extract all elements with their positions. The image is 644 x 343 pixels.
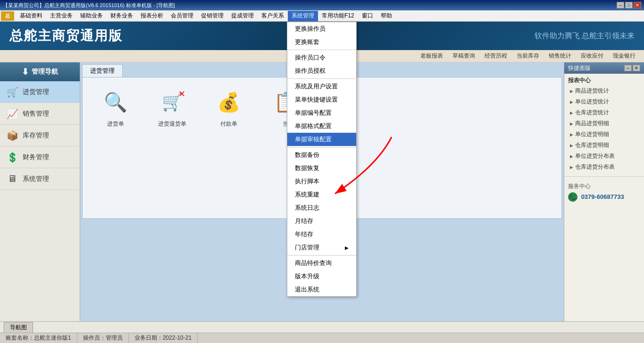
menu-window[interactable]: 窗口 xyxy=(358,11,377,21)
menu-promotions[interactable]: 促销管理 xyxy=(197,11,227,21)
service-phone: 📞 0379-60687733 xyxy=(568,192,640,202)
quick-link-2[interactable]: 仓库进货统计 xyxy=(564,107,644,118)
restore-button[interactable]: □ xyxy=(625,2,633,9)
quick-divider xyxy=(564,176,644,177)
dd-sep2 xyxy=(287,78,356,79)
close-button[interactable]: ✕ xyxy=(634,2,641,9)
sidebar-item-purchase-label: 进货管理 xyxy=(23,88,49,96)
dd-menu-shortcuts[interactable]: 菜单快捷键设置 xyxy=(287,93,356,106)
quick-link-6[interactable]: 单位进货分布表 xyxy=(564,151,644,162)
menu-system[interactable]: 系统管理 xyxy=(288,11,318,21)
quicknav-draft-query[interactable]: 草稿查询 xyxy=(449,51,479,61)
dd-operator-pwd[interactable]: 操作员口令 xyxy=(287,51,356,64)
dd-doc-numbering[interactable]: 单据编号配置 xyxy=(287,106,356,120)
quicknav-receivable[interactable]: 应收应付 xyxy=(577,51,607,61)
menu-aux-biz[interactable]: 辅助业务 xyxy=(76,11,107,21)
finance-icon: 💲 xyxy=(6,151,19,164)
purchase-icon: 🛒 xyxy=(6,86,19,99)
dd-sep4 xyxy=(287,255,356,256)
dd-sys-rebuild[interactable]: 系统重建 xyxy=(287,188,356,201)
dd-version-upgrade[interactable]: 版本升级 xyxy=(287,270,356,283)
sidebar-item-finance-label: 财务管理 xyxy=(23,153,49,162)
menu-main-biz[interactable]: 主营业务 xyxy=(46,11,76,21)
minimize-button[interactable]: ─ xyxy=(617,2,624,9)
dd-exit[interactable]: 退出系统 xyxy=(287,283,356,296)
submenu-arrow-icon: ▶ xyxy=(345,245,349,250)
payment-icon: 💰 xyxy=(214,87,244,117)
titlebar: 【某某商贸公司】总舵主商贸通用版(V8.6 20151016) 标准单机版 - … xyxy=(0,0,644,10)
window-controls: ─ □ ✕ xyxy=(617,2,641,9)
dd-special-price[interactable]: 商品特价查询 xyxy=(287,257,356,270)
operator-cell: 操作员：管理员 xyxy=(77,333,129,343)
app-logo: 总 xyxy=(1,11,14,21)
service-title: 服务中心 xyxy=(568,182,640,190)
quick-link-3[interactable]: 商品进货明细 xyxy=(564,118,644,129)
dd-change-account[interactable]: 更换账套 xyxy=(287,35,356,49)
dd-data-restore[interactable]: 数据恢复 xyxy=(287,162,356,175)
infobar: 账套名称：总舵主迷你版1 操作员：管理员 业务日期：2022-10-21 xyxy=(0,333,644,343)
dd-exec-script[interactable]: 执行脚本 xyxy=(287,175,356,188)
return-order-label: 进货退货单 xyxy=(158,120,186,128)
sidebar-item-purchase[interactable]: 🛒 进货管理 xyxy=(0,81,80,103)
sidebar-item-sales-label: 销售管理 xyxy=(23,110,49,118)
sidebar-item-inventory-label: 库存管理 xyxy=(23,131,49,140)
quick-panel-close[interactable]: ✕ xyxy=(633,65,640,71)
dd-sys-user-settings[interactable]: 系统及用户设置 xyxy=(287,80,356,93)
panel-tab[interactable]: 进货管理 xyxy=(82,64,123,77)
menu-finance[interactable]: 财务业务 xyxy=(107,11,137,21)
dd-data-backup[interactable]: 数据备份 xyxy=(287,148,356,162)
dd-month-close[interactable]: 月结存 xyxy=(287,214,356,228)
dd-doc-audit[interactable]: 单据审核配置 xyxy=(287,133,356,146)
quicknav-biz-history[interactable]: 经营历程 xyxy=(481,51,511,61)
quick-link-0[interactable]: 商品进货统计 xyxy=(564,86,644,96)
phone-icon: 📞 xyxy=(568,192,577,202)
system-icon: 🖥 xyxy=(6,172,19,186)
dd-store-mgmt[interactable]: 门店管理 ▶ xyxy=(287,241,356,254)
quick-panel-minimize[interactable]: ─ xyxy=(624,65,632,71)
sidebar: ⬇ 管理导航 🛒 进货管理 📈 销售管理 📦 库存管理 💲 财务管理 🖥 系统管… xyxy=(0,62,80,321)
dd-year-close[interactable]: 年结存 xyxy=(287,228,356,241)
quicknav-current-stock[interactable]: 当前库存 xyxy=(513,51,543,61)
menu-basics[interactable]: 基础资料 xyxy=(16,11,46,21)
date-cell: 业务日期：2022-10-21 xyxy=(129,333,198,343)
sidebar-item-finance[interactable]: 💲 财务管理 xyxy=(0,146,80,168)
quick-panel: 快捷面版 ─ ✕ 报表中心 商品进货统计 单位进货统计 仓库进货统计 商品进货明… xyxy=(564,62,644,321)
quicknav-sales-stats[interactable]: 销售统计 xyxy=(545,51,575,61)
menu-common[interactable]: 常用功能F12 xyxy=(318,11,358,21)
quick-link-1[interactable]: 单位进货统计 xyxy=(564,96,644,107)
sidebar-item-system-label: 系统管理 xyxy=(23,175,49,183)
window-title: 【某某商贸公司】总舵主商贸通用版(V8.6 20151016) 标准单机版 - … xyxy=(3,2,175,9)
menu-customers[interactable]: 客户关系 xyxy=(258,11,288,21)
menu-reports[interactable]: 报表分析 xyxy=(137,11,167,21)
quick-section-title: 报表中心 xyxy=(564,76,644,86)
dd-doc-format[interactable]: 单据格式配置 xyxy=(287,120,356,133)
purchase-order-item[interactable]: 🔍 进货单 xyxy=(92,87,139,128)
return-order-item[interactable]: 🛒 ✕ 进货退货单 xyxy=(149,87,196,128)
menubar: 总 基础资料 主营业务 辅助业务 财务业务 报表分析 会员管理 促销管理 提成管… xyxy=(0,10,644,22)
status-tab-nav[interactable]: 导航图 xyxy=(4,322,33,333)
payment-item[interactable]: 💰 付款单 xyxy=(205,87,252,128)
quick-link-5[interactable]: 仓库进货明细 xyxy=(564,140,644,151)
quick-link-7[interactable]: 仓库进货分布表 xyxy=(564,162,644,172)
dropdown-menu: 更换操作员 更换账套 操作员口令 操作员授权 系统及用户设置 菜单快捷键设置 单… xyxy=(287,22,357,297)
return-order-icon: 🛒 ✕ xyxy=(157,87,187,117)
quick-link-4[interactable]: 单位进货明细 xyxy=(564,129,644,140)
dd-sys-log[interactable]: 系统日志 xyxy=(287,201,356,214)
menu-members[interactable]: 会员管理 xyxy=(167,11,197,21)
dd-change-operator[interactable]: 更换操作员 xyxy=(287,22,356,35)
sidebar-item-system[interactable]: 🖥 系统管理 xyxy=(0,168,80,190)
sidebar-item-inventory[interactable]: 📦 库存管理 xyxy=(0,125,80,146)
quick-panel-title: 快捷面版 xyxy=(568,64,591,72)
quicknav-cash-bank[interactable]: 现金银行 xyxy=(609,51,639,61)
payment-label: 付款单 xyxy=(220,120,237,128)
quick-panel-buttons: ─ ✕ xyxy=(624,65,640,71)
dd-sep1 xyxy=(287,50,356,50)
purchase-order-label: 进货单 xyxy=(107,120,124,128)
quicknav-boss-report[interactable]: 老板报表 xyxy=(417,51,447,61)
sidebar-item-sales[interactable]: 📈 销售管理 xyxy=(0,103,80,125)
sidebar-header-icon: ⬇ xyxy=(22,67,29,77)
dd-sep3 xyxy=(287,147,356,147)
menu-reminders[interactable]: 提成管理 xyxy=(227,11,258,21)
dd-operator-auth[interactable]: 操作员授权 xyxy=(287,64,356,77)
menu-help[interactable]: 帮助 xyxy=(377,11,396,21)
